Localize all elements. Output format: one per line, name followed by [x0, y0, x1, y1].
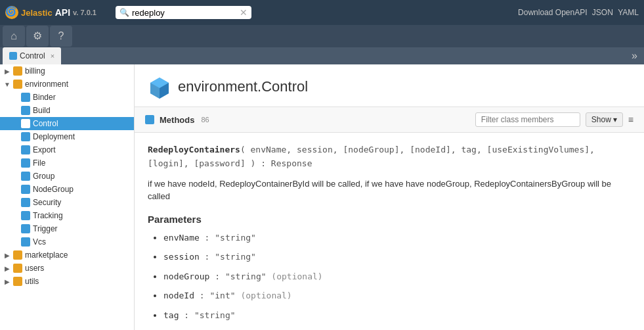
cube-icon [148, 75, 171, 99]
billing-label: billing [25, 66, 45, 76]
utils-label: utils [25, 277, 39, 286]
param-optional-nodegroup: (optional) [267, 271, 323, 281]
sidebar-item-users[interactable]: ▶ users [0, 262, 134, 275]
sidebar-item-group[interactable]: Group [0, 170, 134, 183]
vcs-label: Vcs [33, 237, 46, 247]
sidebar-item-security[interactable]: Security [0, 196, 134, 209]
sidebar-item-marketplace[interactable]: ▶ marketplace [0, 248, 134, 262]
toolbar: ⌂ ⚙ ? [0, 25, 644, 47]
top-right-links: Download OpenAPI JSON YAML [518, 8, 639, 17]
param-name-session: session [163, 252, 200, 262]
page-icon [148, 75, 171, 99]
vcs-icon [21, 237, 30, 247]
sidebar-item-file[interactable]: File [0, 156, 134, 170]
environment-icon [13, 80, 22, 89]
users-icon [13, 264, 22, 273]
group-label: Group [33, 172, 54, 181]
methods-icon [145, 115, 154, 124]
toggle-arrow-environment: ▼ [4, 81, 11, 88]
page-header: environment.Control [135, 64, 644, 107]
export-icon [21, 145, 30, 154]
tab-label: Control [20, 51, 45, 60]
nodegroup-label: NodeGroup [33, 185, 74, 194]
binder-label: Binder [33, 93, 56, 102]
security-icon [21, 198, 30, 207]
logo-brand: Jelastic [21, 8, 53, 18]
download-label: Download OpenAPI [518, 8, 587, 17]
toggle-arrow-marketplace: ▶ [4, 252, 11, 259]
show-chevron-icon: ▾ [613, 115, 617, 124]
build-label: Build [33, 106, 51, 115]
params-list: envName : "string" session : "string" no… [148, 231, 631, 330]
tab-close-icon[interactable]: × [51, 52, 54, 60]
param-name-tag: tag [163, 310, 179, 320]
json-link[interactable]: JSON [592, 8, 613, 17]
binder-icon [21, 93, 30, 102]
sidebar-item-deployment[interactable]: Deployment [0, 130, 134, 143]
export-label: Export [33, 145, 56, 154]
file-icon [21, 158, 30, 168]
trigger-icon [21, 224, 30, 233]
search-bar: 🔍 ✕ [116, 6, 251, 19]
sidebar-item-export[interactable]: Export [0, 143, 134, 156]
utils-icon [13, 277, 22, 286]
build-icon [21, 106, 30, 115]
users-label: users [25, 264, 44, 273]
param-name-nodegroup: nodeGroup [163, 271, 209, 281]
logo-api-text: API [55, 7, 70, 18]
group-icon [21, 172, 30, 181]
environment-label: environment [25, 80, 68, 89]
deployment-icon [21, 132, 30, 141]
sidebar-item-trigger[interactable]: Trigger [0, 222, 134, 235]
tab-icon [9, 52, 17, 60]
settings-button[interactable]: ⚙ [26, 26, 49, 47]
security-label: Security [33, 198, 61, 207]
logo-area: 🌀 Jelastic API v. 7.0.1 [5, 6, 110, 19]
param-type-envname: : "string" [200, 233, 256, 243]
sidebar-item-environment[interactable]: ▼ environment [0, 78, 134, 91]
sidebar-item-binder[interactable]: Binder [0, 91, 134, 104]
info-button[interactable]: ? [50, 26, 72, 47]
methods-bar: Methods 86 Show ▾ ≡ [135, 107, 644, 133]
topbar: 🌀 Jelastic API v. 7.0.1 🔍 ✕ Download Ope… [0, 0, 644, 25]
method-content: RedeployContainers( envName, session, [n… [135, 133, 644, 330]
show-button[interactable]: Show ▾ [586, 112, 623, 127]
logo-version-text: v. 7.0.1 [73, 9, 97, 16]
filter-class-members-input[interactable] [475, 112, 580, 127]
sidebar-item-utils[interactable]: ▶ utils [0, 275, 134, 288]
page-title: environment.Control [178, 78, 308, 95]
show-label: Show [591, 115, 611, 124]
control-label: Control [33, 119, 58, 128]
marketplace-label: marketplace [25, 250, 68, 260]
yaml-link[interactable]: YAML [618, 8, 639, 17]
search-clear-icon[interactable]: ✕ [240, 7, 247, 18]
methods-count: 86 [201, 116, 209, 124]
tabbar: Control × » [0, 47, 644, 64]
toggle-arrow-utils: ▶ [4, 278, 11, 285]
content-area: environment.Control Methods 86 Show ▾ ≡ … [135, 64, 644, 330]
jelastic-logo-icon: 🌀 [5, 6, 18, 19]
search-input[interactable] [132, 8, 237, 18]
tab-more-icon[interactable]: » [628, 50, 641, 62]
toggle-arrow-billing: ▶ [4, 68, 11, 75]
sidebar-item-vcs[interactable]: Vcs [0, 235, 134, 248]
param-name-envname: envName [163, 233, 200, 243]
param-optional-nodeid: (optional) [236, 291, 292, 300]
menu-icon[interactable]: ≡ [628, 114, 633, 125]
toggle-arrow-users: ▶ [4, 265, 11, 272]
search-icon: 🔍 [119, 8, 129, 17]
parameters-title: Parameters [148, 214, 631, 225]
method-name: RedeployContainers [148, 145, 240, 154]
param-type-tag: : "string" [179, 310, 235, 320]
nodegroup-icon [21, 185, 30, 194]
sidebar-item-nodegroup[interactable]: NodeGroup [0, 183, 134, 196]
sidebar-item-tracking[interactable]: Tracking [0, 209, 134, 222]
control-tab[interactable]: Control × [3, 47, 61, 64]
sidebar-item-build[interactable]: Build [0, 104, 134, 117]
sidebar-item-billing[interactable]: ▶ billing [0, 64, 134, 78]
param-nodegroup: nodeGroup : "string" (optional) [163, 270, 631, 283]
param-nodeid: nodeId : "int" (optional) [163, 289, 631, 302]
sidebar-item-control[interactable]: Control [0, 117, 134, 130]
tracking-label: Tracking [33, 211, 63, 220]
home-button[interactable]: ⌂ [3, 26, 25, 47]
